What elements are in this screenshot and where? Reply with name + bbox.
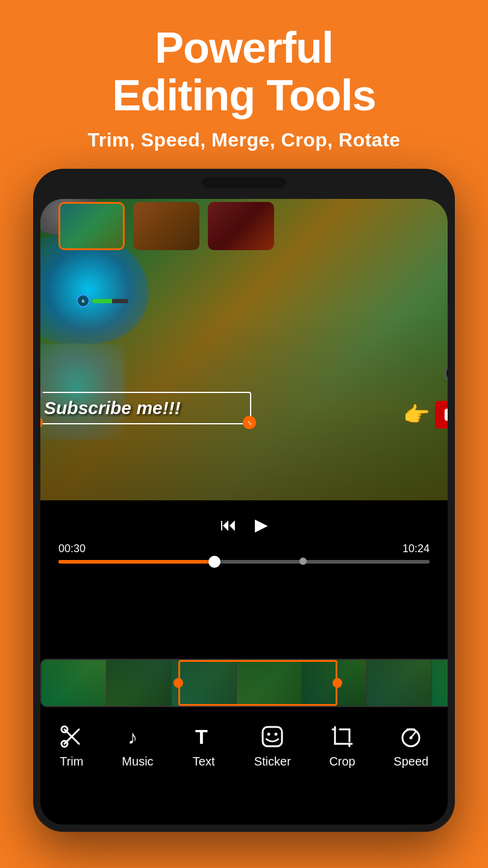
- film-frame-2: [107, 660, 172, 706]
- film-frame-7: [432, 660, 448, 706]
- tool-sticker[interactable]: Sticker: [254, 725, 291, 769]
- film-frame-6: [367, 660, 432, 706]
- svg-point-8: [275, 733, 278, 736]
- time-current: 00:30: [58, 542, 86, 555]
- filmstrip-container: [40, 659, 448, 707]
- music-icon: ♪: [125, 725, 149, 749]
- subscribe-button[interactable]: Subscribe: [435, 401, 448, 429]
- svg-point-15: [410, 737, 413, 740]
- hud-mini-fill: [92, 299, 112, 303]
- svg-text:♪: ♪: [128, 726, 137, 748]
- svg-rect-6: [263, 727, 282, 746]
- clip-thumb-3[interactable]: [208, 202, 274, 250]
- tool-music[interactable]: ♪ Music: [122, 725, 153, 769]
- filmstrip-handle-right[interactable]: [333, 678, 342, 688]
- text-label: Text: [193, 755, 215, 769]
- trim-icon: [60, 725, 84, 749]
- sticker-icon: [260, 725, 284, 749]
- header-subtitle: Trim, Speed, Merge, Crop, Rotate: [36, 129, 452, 151]
- clip-thumb-bg-2: [133, 202, 199, 250]
- timeline-track[interactable]: [58, 560, 430, 564]
- clip-thumb-2[interactable]: [133, 202, 199, 250]
- timeline-progress: [58, 560, 214, 564]
- timeline-times: 00:30 10:24: [58, 542, 430, 555]
- sticker-label: Sticker: [254, 755, 291, 769]
- trim-label: Trim: [60, 755, 83, 769]
- bottom-toolbar: Trim ♪ Music T Text: [40, 710, 448, 825]
- speed-label: Speed: [393, 755, 428, 769]
- film-frame-4: [237, 660, 302, 706]
- filmstrip-handle-left[interactable]: [174, 678, 183, 688]
- text-tool-icon: T: [192, 725, 216, 749]
- tool-speed[interactable]: Speed: [393, 725, 428, 769]
- music-label: Music: [122, 755, 153, 769]
- speed-icon: [399, 725, 423, 749]
- tool-crop[interactable]: Crop: [329, 725, 355, 769]
- skip-back-button[interactable]: ⏮: [220, 515, 237, 535]
- svg-text:T: T: [195, 725, 208, 748]
- clip-thumb-bg-3: [208, 202, 274, 250]
- phone-frame: 5 90 14 9 6 ✕ Subscribe me!!: [33, 169, 455, 832]
- header-section: Powerful Editing Tools Trim, Speed, Merg…: [0, 0, 488, 163]
- hud-mini-bar: [92, 299, 128, 303]
- hud-mini-circle: 6: [77, 294, 90, 307]
- timeline-marker: [299, 558, 307, 565]
- player-controls: ⏮ ▶: [40, 500, 448, 549]
- page-title: Powerful Editing Tools: [36, 24, 452, 119]
- subscribe-area: 👉 Subscribe: [403, 401, 448, 429]
- text-overlay-box[interactable]: ✕ Subscribe me!!! ✏ ⤡: [40, 392, 251, 424]
- text-overlay-handle-right[interactable]: ⤡: [243, 416, 256, 429]
- phone-notch: [202, 177, 286, 188]
- clip-thumb-bg-1: [60, 204, 123, 248]
- hud-mini-health: 6: [77, 294, 128, 307]
- tool-text[interactable]: T Text: [192, 725, 216, 769]
- tool-trim[interactable]: Trim: [60, 725, 84, 769]
- hand-emoji-icon: 👉: [403, 402, 430, 427]
- timeline-thumb[interactable]: [208, 556, 221, 568]
- svg-point-7: [267, 733, 271, 736]
- crop-icon: [330, 725, 354, 749]
- youtube-icon: [445, 409, 448, 421]
- clip-thumb-1[interactable]: [58, 202, 125, 250]
- phone-screen: 5 90 14 9 6 ✕ Subscribe me!!: [40, 199, 448, 825]
- timeline-area: 00:30 10:24: [40, 542, 448, 576]
- play-button[interactable]: ▶: [255, 515, 268, 535]
- crop-label: Crop: [329, 755, 355, 769]
- film-frame-1: [42, 660, 107, 706]
- filmstrip[interactable]: [40, 659, 448, 707]
- time-total: 10:24: [402, 542, 430, 555]
- text-overlay-content: Subscribe me!!!: [44, 398, 242, 418]
